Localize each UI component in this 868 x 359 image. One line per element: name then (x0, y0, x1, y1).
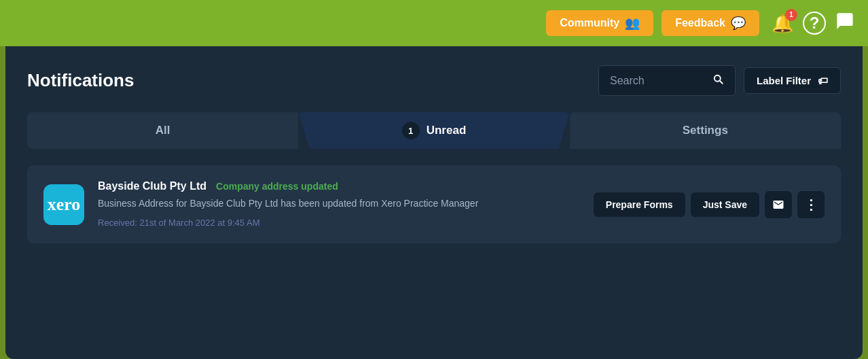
notification-card: xero Bayside Club Pty Ltd Company addres… (27, 165, 841, 243)
panel-title: Notifications (27, 70, 134, 91)
just-save-button[interactable]: Just Save (691, 192, 759, 217)
tab-all-label: All (156, 124, 170, 137)
help-label: ? (810, 14, 820, 33)
panel-header: Notifications Label Filter 🏷 (27, 65, 841, 96)
email-button[interactable] (765, 191, 792, 218)
community-label: Community (560, 17, 619, 29)
help-button[interactable]: ? (803, 12, 826, 35)
top-bar: Community 👥 Feedback 💬 🔔 1 ? (0, 0, 868, 46)
community-button[interactable]: Community 👥 (546, 10, 653, 36)
more-options-icon: ⋮ (804, 196, 818, 213)
card-timestamp: Received: 21st of March 2022 at 9:45 AM (98, 218, 259, 228)
feedback-button[interactable]: Feedback 💬 (662, 10, 759, 36)
notification-panel: Notifications Label Filter 🏷 All 1 Unrea (5, 46, 863, 359)
chat-button[interactable] (835, 12, 854, 35)
xero-icon: xero (48, 194, 81, 215)
bell-button[interactable]: 🔔 1 (772, 13, 793, 34)
tab-unread[interactable]: 1 Unread (298, 112, 569, 149)
label-filter-label: Label Filter (757, 75, 811, 86)
card-company: Bayside Club Pty Ltd (98, 180, 206, 192)
feedback-icon: 💬 (731, 16, 746, 31)
bell-badge: 1 (785, 9, 797, 21)
prepare-forms-button[interactable]: Prepare Forms (594, 192, 685, 217)
panel-arrow (423, 46, 445, 60)
search-box[interactable] (598, 65, 736, 96)
top-bar-icons: 🔔 1 ? (772, 12, 854, 35)
tab-settings[interactable]: Settings (570, 112, 841, 149)
card-actions: Prepare Forms Just Save ⋮ (594, 191, 825, 218)
tabs: All 1 Unread Settings (27, 112, 841, 149)
label-filter-button[interactable]: Label Filter 🏷 (744, 67, 841, 94)
tab-all[interactable]: All (27, 112, 298, 149)
more-options-button[interactable]: ⋮ (797, 191, 825, 218)
card-content: Bayside Club Pty Ltd Company address upd… (98, 180, 580, 228)
search-input[interactable] (610, 75, 705, 87)
card-description: Business Address for Bayside Club Pty Lt… (98, 196, 580, 211)
tab-unread-label: Unread (427, 124, 467, 137)
card-title-row: Bayside Club Pty Ltd Company address upd… (98, 180, 580, 192)
community-icon: 👥 (625, 16, 640, 31)
card-tag: Company address updated (216, 181, 338, 192)
label-filter-icon: 🏷 (818, 75, 828, 86)
feedback-label: Feedback (675, 17, 725, 29)
header-controls: Label Filter 🏷 (598, 65, 841, 96)
search-icon (712, 73, 724, 88)
tab-settings-label: Settings (683, 124, 728, 137)
tab-unread-badge: 1 (402, 122, 420, 139)
xero-logo: xero (43, 184, 84, 225)
